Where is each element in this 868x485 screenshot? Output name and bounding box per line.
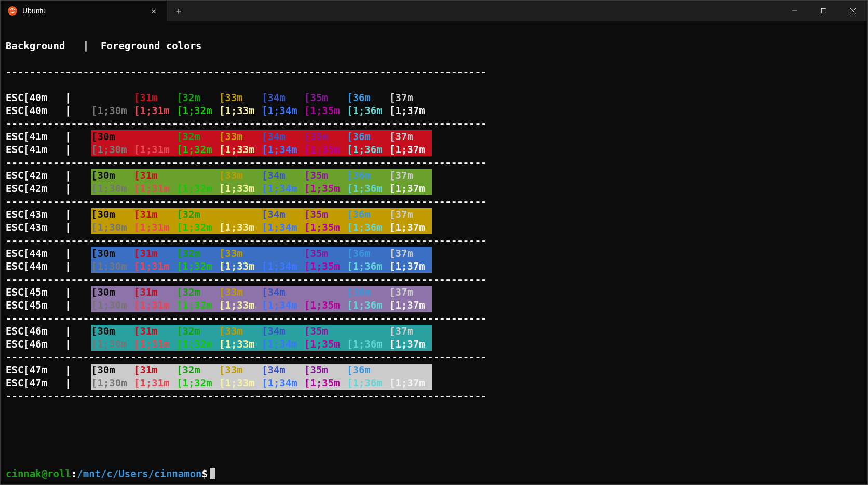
close-window-button[interactable] (838, 1, 867, 21)
fg-sample: [1;37m (389, 338, 432, 351)
fg-sample: [1;35m (304, 182, 347, 195)
fg-sample: [34m (262, 208, 304, 221)
fg-sample: [1;35m (304, 260, 347, 273)
fg-sample: [1;34m (262, 182, 304, 195)
color-row: ESC[47m|[1;30m[1;31m[1;32m[1;33m[1;34m[1… (6, 377, 862, 390)
fg-sample: [1;34m (262, 377, 304, 390)
fg-sample: [35m (304, 325, 347, 338)
divider: ----------------------------------------… (6, 312, 862, 325)
color-row: ESC[46m|[30m[31m[32m[33m[34m[35m[37m (6, 325, 862, 338)
divider: ----------------------------------------… (6, 195, 862, 208)
terminal-output[interactable]: Background | Foreground colors ---------… (1, 21, 867, 485)
fg-sample: [32m (177, 325, 219, 338)
divider: ----------------------------------------… (6, 117, 862, 130)
fg-sample: [34m (262, 130, 304, 143)
header-row: Background | Foreground colors (6, 39, 862, 52)
fg-sample: [30m (91, 169, 134, 182)
fg-sample: [1;35m (304, 338, 347, 351)
divider: ----------------------------------------… (6, 351, 862, 364)
fg-sample: [30m (91, 364, 134, 377)
fg-sample: [1;32m (177, 299, 219, 312)
fg-sample: [1;33m (219, 260, 262, 273)
fg-sample: [1;30m (91, 338, 134, 351)
fg-sample: [1;36m (347, 221, 389, 234)
fg-sample: [32m (177, 247, 219, 260)
fg-sample: [1;34m (262, 338, 304, 351)
prompt-line[interactable]: cinnak@roll:/mnt/c/Users/cinnamon$ (6, 467, 862, 480)
fg-sample: [1;34m (262, 299, 304, 312)
fg-sample: [1;32m (177, 260, 219, 273)
fg-sample: [33m (219, 91, 262, 104)
fg-sample: [35m (304, 208, 347, 221)
fg-sample: [1;30m (91, 299, 134, 312)
color-row: ESC[44m|[30m[31m[32m[33m[35m[36m[37m (6, 247, 862, 260)
fg-sample: [36m (347, 169, 389, 182)
window-controls (780, 1, 867, 21)
new-tab-button[interactable]: ＋ (167, 1, 191, 21)
divider: ----------------------------------------… (6, 390, 862, 403)
tab-ubuntu[interactable]: Ubuntu ✕ (1, 1, 167, 21)
fg-sample: [1;32m (177, 182, 219, 195)
fg-sample: [31m (134, 169, 177, 182)
tab-title: Ubuntu (22, 7, 142, 15)
fg-sample: [1;30m (91, 143, 134, 156)
maximize-button[interactable] (809, 1, 838, 21)
fg-sample: [36m (347, 364, 389, 377)
fg-sample: [36m (347, 286, 389, 299)
fg-sample: [34m (262, 325, 304, 338)
fg-sample: [1;36m (347, 338, 389, 351)
fg-sample: [1;34m (262, 104, 304, 117)
close-tab-button[interactable]: ✕ (147, 4, 160, 18)
fg-sample: [1;31m (134, 143, 177, 156)
fg-sample: [36m (347, 208, 389, 221)
color-row: ESC[40m|[1;30m[1;31m[1;32m[1;33m[1;34m[1… (6, 104, 862, 117)
fg-sample: [1;33m (219, 299, 262, 312)
fg-sample: [1;31m (134, 182, 177, 195)
fg-sample: [1;35m (304, 143, 347, 156)
fg-sample: [1;37m (389, 377, 432, 390)
fg-sample: [36m (347, 130, 389, 143)
color-row: ESC[43m|[30m[31m[32m[34m[35m[36m[37m (6, 208, 862, 221)
fg-sample: [1;36m (347, 260, 389, 273)
fg-sample: [1;34m (262, 260, 304, 273)
fg-sample: [34m (262, 364, 304, 377)
fg-sample: [33m (219, 286, 262, 299)
tab-dropdown-button[interactable] (191, 1, 205, 21)
minimize-button[interactable] (780, 1, 809, 21)
fg-sample: [35m (304, 169, 347, 182)
fg-sample: [37m (389, 364, 432, 377)
fg-sample: [1;30m (91, 221, 134, 234)
fg-sample: [1;31m (134, 338, 177, 351)
fg-sample: [32m (177, 91, 219, 104)
fg-sample: [33m (219, 130, 262, 143)
fg-sample: [1;33m (219, 377, 262, 390)
fg-sample: [36m (347, 91, 389, 104)
fg-sample: [1;30m (91, 260, 134, 273)
fg-sample: [37m (389, 91, 432, 104)
fg-sample: [32m (177, 286, 219, 299)
fg-sample: [1;33m (219, 143, 262, 156)
tab-actions: ＋ (167, 1, 205, 21)
fg-sample: [1;35m (304, 104, 347, 117)
fg-sample: [1;31m (134, 260, 177, 273)
divider: ----------------------------------------… (6, 234, 862, 247)
fg-sample: [1;36m (347, 182, 389, 195)
svg-rect-1 (822, 9, 826, 13)
fg-sample: [1;36m (347, 299, 389, 312)
titlebar: Ubuntu ✕ ＋ (1, 1, 867, 21)
fg-sample: [30m (91, 130, 134, 143)
fg-sample: [1;33m (219, 338, 262, 351)
fg-sample: [1;30m (91, 104, 134, 117)
fg-sample: [31m (134, 247, 177, 260)
fg-sample: [1;33m (219, 104, 262, 117)
fg-sample: [31m (134, 286, 177, 299)
color-row: ESC[42m|[30m[31m[33m[34m[35m[36m[37m (6, 169, 862, 182)
fg-sample: [1;32m (177, 104, 219, 117)
fg-sample: [1;32m (177, 377, 219, 390)
fg-sample: [31m (134, 208, 177, 221)
fg-sample: [1;32m (177, 338, 219, 351)
fg-sample: [1;37m (389, 299, 432, 312)
fg-sample: [1;32m (177, 143, 219, 156)
fg-sample: [33m (219, 247, 262, 260)
fg-sample: [1;37m (389, 221, 432, 234)
